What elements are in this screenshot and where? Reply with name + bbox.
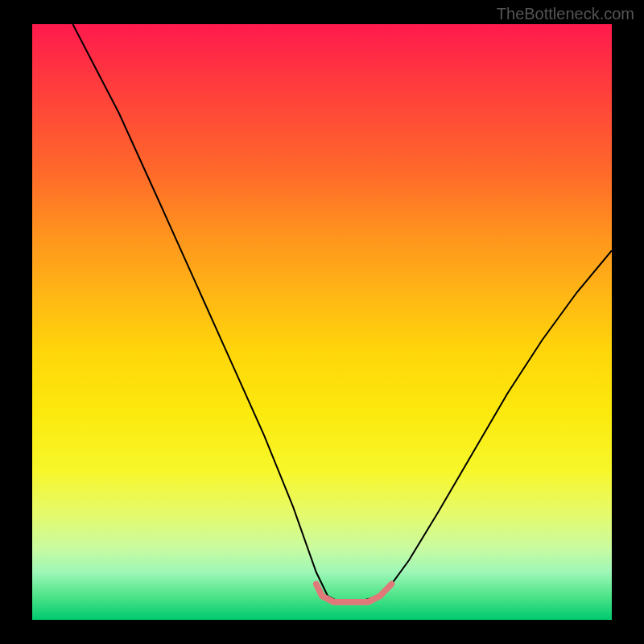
optimal-band [316, 584, 392, 602]
chart-plot-area [32, 24, 612, 620]
bottleneck-curve [72, 24, 612, 602]
watermark-text: TheBottleneck.com [497, 5, 634, 23]
chart-svg [32, 24, 612, 620]
